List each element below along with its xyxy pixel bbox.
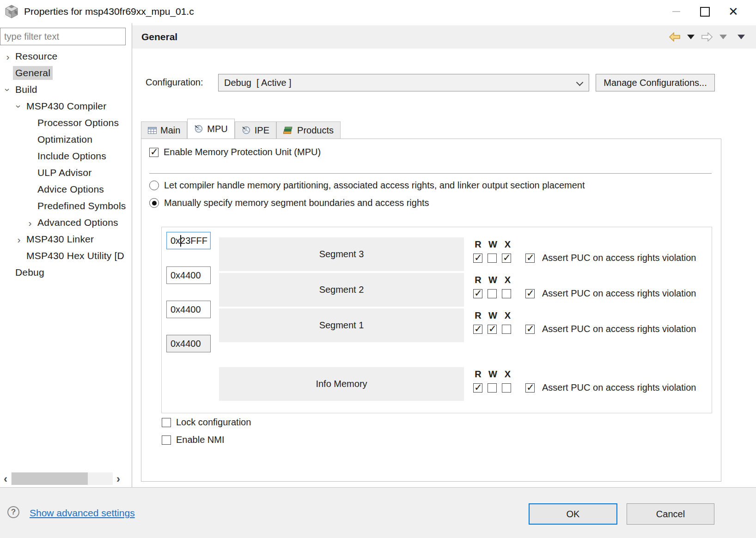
scrollbar-thumb[interactable] [12, 472, 88, 485]
books-icon [283, 127, 293, 134]
tree-item-msp430-hex-utility-d[interactable]: MSP430 Hex Utility [D [0, 248, 132, 264]
tree-item-advanced-options[interactable]: ›Advanced Options [0, 214, 132, 231]
segment-box-segment-3: Segment 3 [219, 237, 464, 271]
minimize-icon [672, 11, 680, 12]
scroll-left-icon[interactable]: ‹ [0, 472, 11, 485]
maximize-icon [700, 7, 710, 17]
info-memory-execute-checkbox[interactable] [502, 383, 511, 393]
tab-mpu[interactable]: MPU [187, 119, 234, 139]
enable-nmi-row: Enable NMI [162, 435, 225, 445]
tree-item-msp430-compiler[interactable]: ›MSP430 Compiler [0, 98, 132, 115]
segment-1-write-checkbox[interactable] [488, 325, 497, 334]
show-advanced-settings-link[interactable]: Show advanced settings [30, 508, 135, 519]
segment-2-assert-puc-checkbox[interactable] [525, 289, 535, 298]
segment-3-execute-checkbox[interactable] [502, 254, 511, 263]
tree-item-advice-options[interactable]: Advice Options [0, 181, 132, 198]
segment-2-write-checkbox[interactable] [488, 289, 497, 298]
rwx-letter-r: R [473, 369, 483, 380]
rwx-checkbox-row: Assert PUC on access rights violation [473, 288, 696, 299]
segment-1-assert-puc-checkbox[interactable] [525, 325, 535, 334]
close-button[interactable]: ✕ [719, 0, 748, 23]
access-rights-info-memory: RWXAssert PUC on access rights violation [473, 369, 696, 393]
tree-item-processor-options[interactable]: Processor Options [0, 115, 132, 131]
access-rights-segment-3: RWXAssert PUC on access rights violation [473, 239, 696, 263]
tree-item-label: Include Options [35, 149, 109, 163]
segment-2-execute-checkbox[interactable] [502, 289, 511, 298]
tree-item-optimization[interactable]: Optimization [0, 131, 132, 148]
boundary-input-2[interactable]: 0x4400 [166, 301, 211, 318]
forward-history-dropdown-icon[interactable] [719, 35, 727, 39]
minimize-button[interactable] [662, 0, 690, 23]
tree-item-build[interactable]: ›Build [0, 81, 132, 98]
segment-3-read-checkbox[interactable] [473, 254, 482, 263]
tab-label: Main [160, 125, 180, 136]
maximize-button[interactable] [690, 0, 719, 23]
scroll-right-icon[interactable]: › [113, 472, 124, 485]
tab-main[interactable]: Main [141, 121, 187, 139]
boundary-input-0[interactable]: 0x23FFF [166, 232, 211, 249]
chevron-right-icon[interactable]: › [3, 52, 13, 61]
configuration-select[interactable]: Debug [ Active ] [218, 74, 589, 91]
rwx-letter-w: W [488, 310, 498, 321]
page-title: General [141, 31, 177, 42]
access-rights-segment-1: RWXAssert PUC on access rights violation [473, 310, 696, 334]
segment-1-read-checkbox[interactable] [473, 325, 482, 334]
tab-bar: Main MPU IPE Products [141, 119, 341, 139]
chevron-right-icon[interactable]: › [14, 235, 24, 244]
forward-icon[interactable] [701, 32, 713, 42]
page-header: General [132, 25, 756, 48]
compiler-handled-radio[interactable] [149, 181, 159, 190]
tree-item-debug[interactable]: Debug [0, 264, 132, 281]
view-menu-icon[interactable] [738, 35, 745, 39]
enable-mpu-checkbox[interactable] [149, 148, 159, 157]
enable-nmi-checkbox[interactable] [162, 435, 171, 445]
rwx-header: RWX [473, 239, 696, 250]
lock-configuration-checkbox[interactable] [162, 418, 171, 427]
back-history-dropdown-icon[interactable] [687, 35, 695, 39]
properties-sidebar: ›ResourceGeneral›Build›MSP430 CompilerPr… [0, 23, 132, 487]
chevron-down-icon[interactable]: › [3, 85, 13, 95]
dialog-footer: ? Show advanced settings OK Cancel [0, 487, 756, 538]
sidebar-divider [132, 23, 132, 487]
rwx-letter-w: W [488, 369, 498, 380]
header-toolbar [669, 25, 745, 48]
boundary-input-3[interactable]: 0x4400 [166, 335, 211, 352]
info-memory-read-checkbox[interactable] [473, 383, 482, 393]
back-icon[interactable] [669, 32, 680, 42]
help-icon[interactable]: ? [7, 506, 19, 518]
filter-input[interactable] [0, 28, 126, 45]
configuration-row: Configuration: Debug [ Active ] Manage C… [132, 74, 756, 91]
tree-item-resource[interactable]: ›Resource [0, 48, 132, 65]
manual-specify-radio[interactable] [149, 198, 159, 208]
rwx-letter-x: X [503, 310, 512, 321]
section-divider [149, 173, 712, 174]
chevron-down-icon[interactable]: › [14, 101, 24, 111]
boundary-input-1[interactable]: 0x4400 [166, 266, 211, 284]
segment-2-read-checkbox[interactable] [473, 289, 482, 298]
rwx-letter-r: R [473, 275, 483, 285]
sidebar-horizontal-scrollbar: ‹ › [0, 472, 124, 485]
scrollbar-track[interactable] [11, 472, 113, 485]
segment-1-execute-checkbox[interactable] [502, 325, 511, 334]
chevron-down-icon [576, 79, 584, 86]
tree-item-predefined-symbols[interactable]: Predefined Symbols [0, 198, 132, 214]
assert-puc-label: Assert PUC on access rights violation [542, 288, 696, 299]
tree-item-msp430-linker[interactable]: ›MSP430 Linker [0, 231, 132, 248]
tree-item-general[interactable]: General [0, 65, 132, 81]
lock-configuration-label: Lock configuration [176, 417, 251, 428]
segment-3-write-checkbox[interactable] [488, 254, 497, 263]
tree-item-label: Optimization [35, 133, 95, 146]
cancel-button[interactable]: Cancel [627, 503, 714, 525]
info-memory-write-checkbox[interactable] [488, 383, 497, 393]
ok-button[interactable]: OK [529, 503, 617, 525]
chevron-right-icon[interactable]: › [25, 218, 35, 228]
tree-item-label: General [13, 66, 53, 80]
tree-item-label: Resource [13, 49, 60, 63]
tab-ipe[interactable]: IPE [235, 121, 276, 139]
tab-products[interactable]: Products [276, 121, 341, 139]
manage-configurations-button[interactable]: Manage Configurations... [596, 74, 715, 91]
tree-item-include-options[interactable]: Include Options [0, 148, 132, 164]
info-memory-assert-puc-checkbox[interactable] [525, 383, 535, 393]
segment-3-assert-puc-checkbox[interactable] [525, 254, 535, 263]
tree-item-ulp-advisor[interactable]: ULP Advisor [0, 164, 132, 181]
